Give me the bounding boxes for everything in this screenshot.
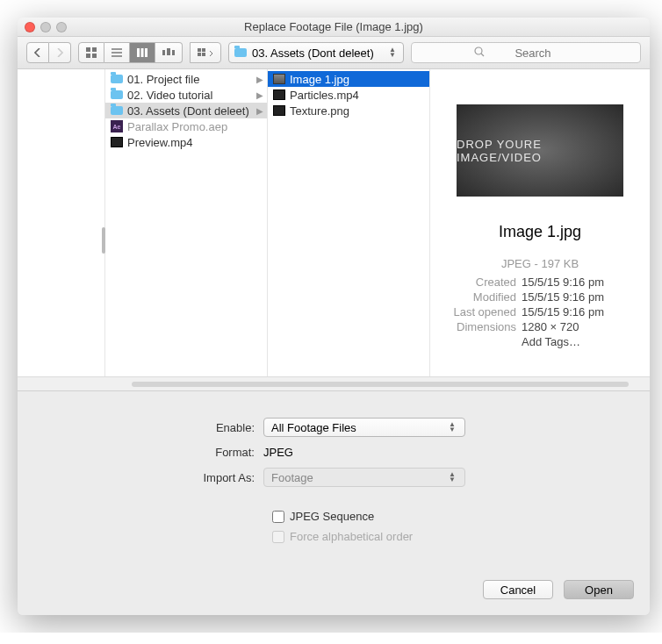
sequence-checkbox[interactable]: JPEG Sequence [53, 510, 615, 523]
svg-line-18 [481, 54, 484, 56]
resize-bar[interactable] [18, 376, 650, 390]
chevron-right-icon: ▶ [256, 90, 263, 100]
enable-label: Enable: [53, 421, 263, 434]
preview-thumbnail: DROP YOURE IMAGE/VIDEO [457, 104, 623, 197]
view-mode-buttons [78, 42, 183, 63]
toolbar: 03. Assets (Dont deleet) ▲▼ [18, 37, 650, 69]
search-field [411, 42, 641, 63]
list-view-button[interactable] [104, 42, 130, 63]
format-label: Format: [53, 446, 263, 459]
chevron-updown-icon: ▲▼ [447, 472, 457, 483]
image-icon [273, 74, 285, 84]
video-icon [111, 137, 123, 147]
path-label: 03. Assets (Dont deleet) [252, 47, 382, 60]
list-item[interactable]: Texture.png [268, 103, 429, 118]
add-tags-link[interactable]: Add Tags… [522, 335, 580, 348]
svg-rect-0 [86, 47, 90, 52]
chevron-right-icon: ▶ [256, 106, 263, 116]
list-item[interactable]: 03. Assets (Dont deleet)▶ [105, 103, 267, 118]
column-0 [18, 69, 105, 376]
chevron-updown-icon: ▲▼ [447, 422, 457, 433]
list-item[interactable]: Image 1.jpg [268, 71, 429, 87]
forward-button[interactable] [49, 42, 71, 63]
importas-select[interactable]: Footage▲▼ [263, 468, 465, 487]
window-title: Replace Footage File (Image 1.jpg) [18, 20, 650, 33]
folder-icon [111, 90, 123, 99]
image-icon [273, 105, 285, 116]
chevron-updown-icon: ▲▼ [387, 47, 398, 58]
chevron-right-icon: ▶ [256, 75, 263, 84]
minimize-icon [40, 22, 51, 32]
svg-rect-11 [167, 48, 170, 55]
folder-icon [234, 48, 247, 57]
group-button[interactable] [190, 42, 221, 63]
column-view-button[interactable] [130, 42, 155, 63]
scroll-handle[interactable] [102, 227, 105, 254]
svg-rect-10 [162, 50, 165, 55]
list-item[interactable]: AeParallax Promo.aep [105, 118, 267, 134]
list-item[interactable]: Particles.mp4 [268, 87, 429, 103]
list-item[interactable]: 01. Project file▶ [105, 71, 267, 87]
column-2: Image 1.jpg Particles.mp4 Texture.png [268, 69, 430, 376]
svg-rect-7 [137, 48, 140, 57]
path-dropdown[interactable]: 03. Assets (Dont deleet) ▲▼ [228, 42, 404, 63]
import-options: Enable: All Footage Files▲▼ Format: JPEG… [18, 390, 650, 568]
nav-buttons [26, 42, 71, 63]
enable-select[interactable]: All Footage Files▲▼ [263, 418, 465, 437]
svg-rect-8 [141, 48, 144, 57]
coverflow-view-button[interactable] [155, 42, 183, 63]
open-button[interactable]: Open [564, 580, 634, 599]
file-browser: 01. Project file▶ 02. Video tutorial▶ 03… [18, 69, 650, 376]
arrange-button [190, 42, 221, 63]
dialog-footer: Cancel Open [18, 568, 650, 615]
list-item[interactable]: Preview.mp4 [105, 134, 267, 150]
alpha-checkbox: Force alphabetical order [53, 530, 615, 543]
folder-icon [111, 106, 123, 115]
svg-rect-15 [198, 53, 201, 56]
video-icon [273, 89, 285, 100]
search-input[interactable] [411, 42, 641, 63]
preview-filename: Image 1.jpg [441, 223, 639, 241]
folder-icon [111, 75, 123, 83]
close-icon[interactable] [25, 22, 35, 32]
back-button[interactable] [26, 42, 49, 63]
preview-pane: DROP YOURE IMAGE/VIDEO Image 1.jpg JPEG … [430, 69, 650, 376]
zoom-icon [56, 22, 67, 32]
column-1: 01. Project file▶ 02. Video tutorial▶ 03… [105, 69, 268, 376]
icon-view-button[interactable] [78, 42, 104, 63]
preview-type: JPEG - 197 KB [441, 257, 639, 270]
svg-rect-14 [202, 48, 205, 52]
cancel-button[interactable]: Cancel [483, 580, 553, 599]
svg-rect-3 [92, 54, 97, 58]
svg-rect-16 [202, 53, 205, 56]
aep-icon: Ae [111, 120, 123, 132]
svg-rect-9 [145, 48, 148, 57]
svg-rect-1 [92, 47, 97, 52]
svg-rect-12 [172, 50, 175, 55]
list-item[interactable]: 02. Video tutorial▶ [105, 87, 267, 103]
window-controls[interactable] [18, 22, 67, 32]
search-icon [474, 47, 485, 57]
svg-rect-2 [86, 54, 90, 58]
importas-label: Import As: [53, 471, 263, 484]
svg-rect-13 [198, 48, 201, 52]
svg-point-17 [475, 47, 482, 54]
replace-footage-dialog: Replace Footage File (Image 1.jpg) 03. A… [18, 18, 650, 615]
format-value: JPEG [263, 446, 293, 459]
titlebar: Replace Footage File (Image 1.jpg) [18, 18, 650, 37]
